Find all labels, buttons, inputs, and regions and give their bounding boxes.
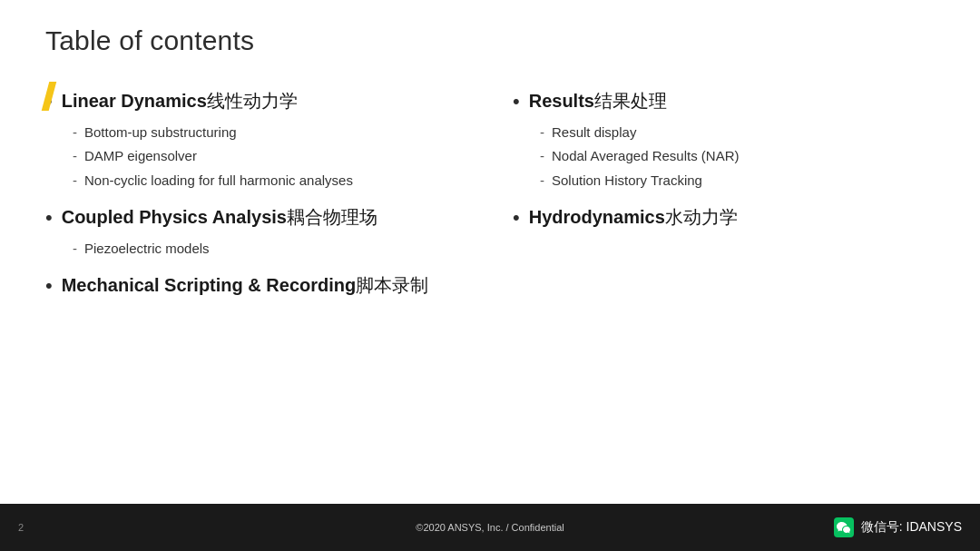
main-content: Table of contents • Linear Dynamics线性动力学… [0, 0, 980, 504]
right-column: • Results结果处理 - Result display - Nodal A… [495, 74, 935, 307]
sub-bullet-result-display: - Result display [540, 123, 935, 143]
sub-bullets-results: - Result display - Nodal Averaged Result… [540, 123, 935, 192]
wechat-text: 微信号: IDANSYS [861, 519, 962, 536]
bullet-dot-2: • [45, 205, 53, 231]
slide-title: Table of contents [45, 25, 935, 56]
sub-bullets-linear-dynamics: - Bottom-up substructuring - DAMP eigens… [73, 123, 467, 192]
sub-bullet-damp: - DAMP eigensolver [73, 146, 467, 167]
bullet-linear-dynamics: • Linear Dynamics线性动力学 [45, 89, 467, 115]
sub-bullets-coupled-physics: - Piezoelectric models [73, 239, 467, 260]
slide-container: Table of contents • Linear Dynamics线性动力学… [0, 0, 980, 551]
bullet-label-mechanical-scripting: Mechanical Scripting & Recording脚本录制 [62, 273, 429, 298]
sub-bullet-piezoelectric: - Piezoelectric models [73, 239, 467, 260]
page-number: 2 [18, 522, 24, 533]
bullet-dot-3: • [45, 273, 53, 300]
bullet-label-hydrodynamics: Hydrodynamics水动力学 [529, 205, 738, 230]
bullet-label-linear-dynamics: Linear Dynamics线性动力学 [62, 89, 298, 113]
bullet-dot-4: • [513, 89, 520, 115]
sub-bullet-nodal-averaged: - Nodal Averaged Results (NAR) [540, 146, 935, 167]
copyright-text: ©2020 ANSYS, Inc. / Confidential [416, 522, 564, 533]
bullet-mechanical-scripting: • Mechanical Scripting & Recording脚本录制 [45, 273, 467, 300]
sub-bullet-non-cyclic: - Non-cyclic loading for full harmonic a… [73, 171, 467, 192]
sub-bullet-solution-history: - Solution History Tracking [540, 171, 935, 192]
slide-footer: 2 ©2020 ANSYS, Inc. / Confidential 微信号: … [0, 504, 980, 551]
columns-layout: • Linear Dynamics线性动力学 - Bottom-up subst… [45, 74, 935, 307]
bullet-coupled-physics: • Coupled Physics Analysis耦合物理场 [45, 205, 467, 231]
bullet-hydrodynamics: • Hydrodynamics水动力学 [513, 205, 935, 231]
bullet-results: • Results结果处理 [513, 89, 935, 115]
bullet-label-coupled-physics: Coupled Physics Analysis耦合物理场 [62, 205, 377, 230]
sub-bullet-bottom-up: - Bottom-up substructuring [73, 123, 467, 143]
wechat-icon [834, 517, 854, 537]
bullet-dot-5: • [513, 205, 520, 231]
bullet-label-results: Results结果处理 [529, 89, 667, 113]
footer-right: 微信号: IDANSYS [834, 517, 962, 537]
left-column: • Linear Dynamics线性动力学 - Bottom-up subst… [45, 74, 495, 307]
